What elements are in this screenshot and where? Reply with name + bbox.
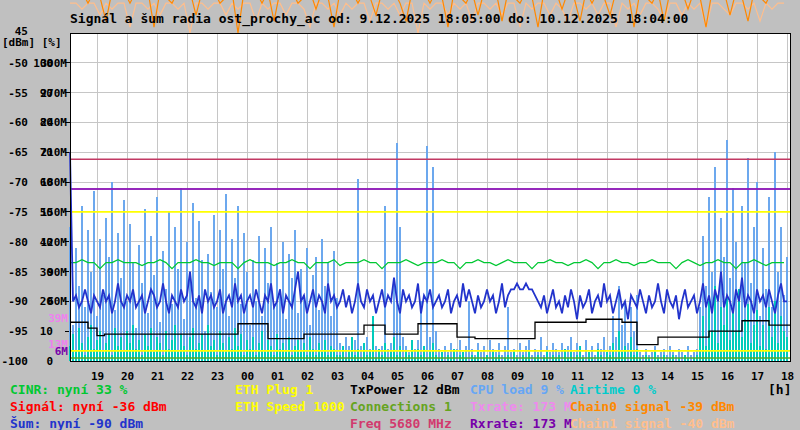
y-axis-row: -853090M [0, 266, 70, 278]
y-axis-row: -902060M [0, 295, 70, 307]
y-tick-label: -60 [0, 116, 28, 129]
y-axis-row: -6570210M [0, 146, 70, 158]
y-tick-label: -85 [0, 266, 28, 279]
y-axis-row: -9510 [0, 325, 70, 337]
legend-item: Rxrate: 173 M [470, 416, 572, 430]
y-tick-label: -80 [0, 236, 28, 249]
legend-item: [h] [768, 382, 791, 397]
y-axis-row: -7060180M [0, 176, 70, 188]
y-tick-label: 240M [37, 116, 67, 129]
y-tick-label: -75 [0, 206, 28, 219]
y-tick-label: -95 [0, 325, 28, 338]
x-tick-label: 23 [206, 370, 230, 383]
legend-item: Txrate: 173 M [470, 399, 572, 414]
y-axis-row: -50100300M [0, 57, 70, 69]
y-tick-label: 120M [37, 236, 67, 249]
y-tick-label: -50 [0, 57, 28, 70]
y-tick-label: -70 [0, 176, 28, 189]
rate-marker-label: 39M [38, 312, 68, 325]
y-axis-row: -7550150M [0, 206, 70, 218]
y-axis-row: -5590270M [0, 87, 70, 99]
y-tick-label: -90 [0, 295, 28, 308]
y-tick-label: 210M [37, 146, 67, 159]
legend-item: ETH Speed 1000 [235, 399, 345, 414]
chart-svg [0, 0, 800, 430]
x-tick-label: 21 [146, 370, 170, 383]
legend-item: Airtime 0 % [570, 382, 656, 397]
radio-signal-graph: Signál a šum radia ost_prochy_ac od: 9.1… [0, 0, 800, 430]
rate-marker-label: 6M [38, 345, 68, 358]
legend-item: Connections 1 [350, 399, 452, 414]
legend-item: Chain0 signal -39 dBm [570, 399, 734, 414]
legend-item: CPU load 9 % [470, 382, 564, 397]
legend-item: Signál: nyní -36 dBm [10, 399, 167, 414]
y-tick-label: -55 [0, 87, 28, 100]
y-tick-label: 90M [37, 266, 67, 279]
x-tick-label: 14 [656, 370, 680, 383]
y-tick-label: 300M [37, 57, 67, 70]
legend-item: ETH Plug 1 [235, 382, 313, 397]
y-tick-label: 270M [37, 87, 67, 100]
y-tick-label: -100 [0, 355, 28, 368]
chart-title: Signál a šum radia ost_prochy_ac od: 9.1… [70, 12, 688, 25]
x-tick-label: 03 [326, 370, 350, 383]
legend-item: TxPower 12 dBm [350, 382, 460, 397]
y-tick-label: 10 [30, 325, 53, 338]
legend-item: Chain1 signal -40 dBm [570, 416, 734, 430]
y-tick-label: 150M [37, 206, 67, 219]
y-tick-label: 180M [37, 176, 67, 189]
y-tick-label: 60M [37, 295, 67, 308]
y-axis-unit-header: [dBm] [%] [2, 37, 62, 48]
y-axis-row: -6080240M [0, 116, 70, 128]
y-axis-row: -8040120M [0, 236, 70, 248]
legend-item: Freq 5680 MHz [350, 416, 452, 430]
x-tick-label: 15 [686, 370, 710, 383]
x-tick-label: 22 [176, 370, 200, 383]
y-tick-label: -65 [0, 146, 28, 159]
x-tick-label: 16 [716, 370, 740, 383]
legend-item: Šum: nyní -90 dBm [10, 416, 143, 430]
legend-item: CINR: nyní 33 % [10, 382, 127, 397]
x-tick-label: 17 [746, 370, 770, 383]
